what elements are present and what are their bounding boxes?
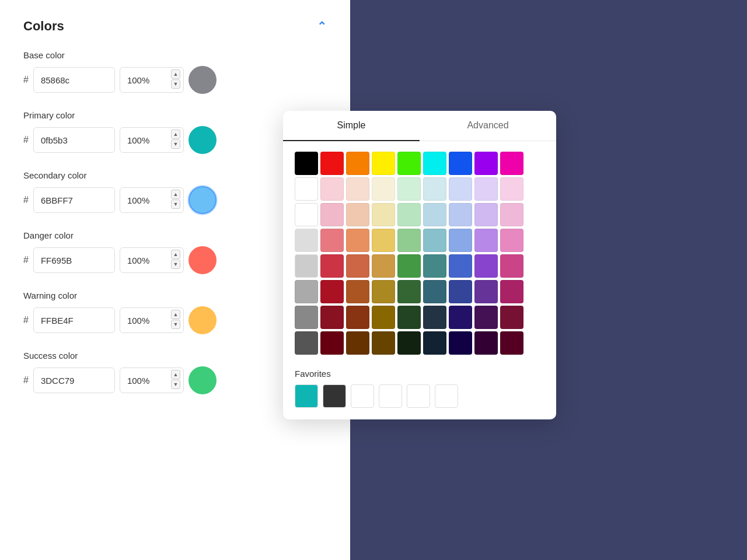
fav-swatch-1[interactable] — [323, 384, 346, 408]
grid-swatch-7-6[interactable] — [449, 331, 472, 355]
grid-swatch-3-3[interactable] — [372, 229, 395, 252]
grid-swatch-3-8[interactable] — [500, 229, 523, 252]
grid-swatch-2-3[interactable] — [372, 203, 395, 226]
grid-swatch-7-4[interactable] — [397, 331, 421, 355]
grid-swatch-2-4[interactable] — [397, 203, 421, 226]
grid-swatch-1-4[interactable] — [397, 177, 421, 201]
tab-advanced[interactable]: Advanced — [420, 111, 556, 141]
danger-swatch[interactable] — [189, 246, 217, 274]
grid-swatch-5-1[interactable] — [320, 280, 344, 303]
secondary-spinner-up[interactable]: ▲ — [171, 190, 180, 199]
danger-hex-input[interactable] — [33, 247, 115, 273]
base-hex-input[interactable] — [33, 67, 115, 93]
grid-swatch-4-0[interactable] — [295, 254, 318, 278]
grid-swatch-5-6[interactable] — [449, 280, 472, 303]
base-spinner-up[interactable]: ▲ — [171, 69, 180, 79]
grid-swatch-0-0[interactable] — [295, 152, 318, 175]
grid-swatch-0-7[interactable] — [474, 152, 498, 175]
grid-swatch-4-1[interactable] — [320, 254, 344, 278]
grid-swatch-6-3[interactable] — [372, 306, 395, 329]
grid-swatch-6-5[interactable] — [423, 306, 446, 329]
grid-swatch-7-8[interactable] — [500, 331, 523, 355]
base-swatch[interactable] — [189, 66, 217, 94]
fav-swatch-4[interactable] — [407, 384, 430, 408]
grid-swatch-1-3[interactable] — [372, 177, 395, 201]
danger-spinner-up[interactable]: ▲ — [171, 250, 180, 259]
success-spinner-up[interactable]: ▲ — [171, 370, 180, 379]
primary-spinner-up[interactable]: ▲ — [171, 130, 180, 139]
warning-hex-input[interactable] — [33, 307, 115, 333]
warning-spinner-down[interactable]: ▼ — [171, 320, 180, 329]
primary-hex-input[interactable] — [33, 127, 115, 153]
grid-swatch-1-2[interactable] — [346, 177, 369, 201]
grid-swatch-1-7[interactable] — [474, 177, 498, 201]
grid-swatch-2-7[interactable] — [474, 203, 498, 226]
danger-spinner-down[interactable]: ▼ — [171, 260, 180, 269]
grid-swatch-3-7[interactable] — [474, 229, 498, 252]
grid-swatch-6-6[interactable] — [449, 306, 472, 329]
grid-swatch-3-2[interactable] — [346, 229, 369, 252]
grid-swatch-6-8[interactable] — [500, 306, 523, 329]
secondary-swatch[interactable] — [189, 186, 217, 214]
grid-swatch-1-5[interactable] — [423, 177, 446, 201]
fav-swatch-0[interactable] — [295, 384, 318, 408]
grid-swatch-6-4[interactable] — [397, 306, 421, 329]
grid-swatch-7-3[interactable] — [372, 331, 395, 355]
grid-swatch-5-8[interactable] — [500, 280, 523, 303]
grid-swatch-2-1[interactable] — [320, 203, 344, 226]
grid-swatch-0-8[interactable] — [500, 152, 523, 175]
grid-swatch-0-4[interactable] — [397, 152, 421, 175]
base-spinner-down[interactable]: ▼ — [171, 79, 180, 89]
warning-swatch[interactable] — [189, 306, 217, 334]
grid-swatch-6-0[interactable] — [295, 306, 318, 329]
grid-swatch-0-5[interactable] — [423, 152, 446, 175]
grid-swatch-7-0[interactable] — [295, 331, 318, 355]
grid-swatch-5-5[interactable] — [423, 280, 446, 303]
grid-swatch-6-1[interactable] — [320, 306, 344, 329]
success-hex-input[interactable] — [33, 368, 115, 393]
grid-swatch-5-0[interactable] — [295, 280, 318, 303]
grid-swatch-3-0[interactable] — [295, 229, 318, 252]
grid-swatch-4-8[interactable] — [500, 254, 523, 278]
success-spinner-down[interactable]: ▼ — [171, 380, 180, 389]
tab-simple[interactable]: Simple — [283, 111, 420, 141]
grid-swatch-5-4[interactable] — [397, 280, 421, 303]
grid-swatch-2-8[interactable] — [500, 203, 523, 226]
warning-spinner-up[interactable]: ▲ — [171, 310, 180, 319]
grid-swatch-4-2[interactable] — [346, 254, 369, 278]
grid-swatch-2-5[interactable] — [423, 203, 446, 226]
grid-swatch-1-6[interactable] — [449, 177, 472, 201]
grid-swatch-4-5[interactable] — [423, 254, 446, 278]
grid-swatch-4-7[interactable] — [474, 254, 498, 278]
secondary-hex-input[interactable] — [33, 187, 115, 213]
fav-swatch-3[interactable] — [379, 384, 402, 408]
grid-swatch-4-6[interactable] — [449, 254, 472, 278]
collapse-icon[interactable]: ⌃ — [317, 19, 327, 33]
primary-swatch[interactable] — [189, 126, 217, 154]
grid-swatch-5-3[interactable] — [372, 280, 395, 303]
grid-swatch-0-3[interactable] — [372, 152, 395, 175]
grid-swatch-7-5[interactable] — [423, 331, 446, 355]
grid-swatch-4-3[interactable] — [372, 254, 395, 278]
grid-swatch-3-5[interactable] — [423, 229, 446, 252]
grid-swatch-2-2[interactable] — [346, 203, 369, 226]
success-swatch[interactable] — [189, 366, 217, 394]
grid-swatch-1-0[interactable] — [295, 177, 318, 201]
grid-swatch-1-8[interactable] — [500, 177, 523, 201]
grid-swatch-5-7[interactable] — [474, 280, 498, 303]
grid-swatch-0-1[interactable] — [320, 152, 344, 175]
grid-swatch-3-6[interactable] — [449, 229, 472, 252]
grid-swatch-6-7[interactable] — [474, 306, 498, 329]
grid-swatch-5-2[interactable] — [346, 280, 369, 303]
fav-swatch-2[interactable] — [351, 384, 374, 408]
primary-spinner-down[interactable]: ▼ — [171, 139, 180, 149]
fav-swatch-5[interactable] — [435, 384, 458, 408]
grid-swatch-2-6[interactable] — [449, 203, 472, 226]
grid-swatch-3-4[interactable] — [397, 229, 421, 252]
secondary-spinner-down[interactable]: ▼ — [171, 200, 180, 209]
grid-swatch-4-4[interactable] — [397, 254, 421, 278]
grid-swatch-7-1[interactable] — [320, 331, 344, 355]
grid-swatch-2-0[interactable] — [295, 203, 318, 226]
grid-swatch-7-7[interactable] — [474, 331, 498, 355]
grid-swatch-6-2[interactable] — [346, 306, 369, 329]
